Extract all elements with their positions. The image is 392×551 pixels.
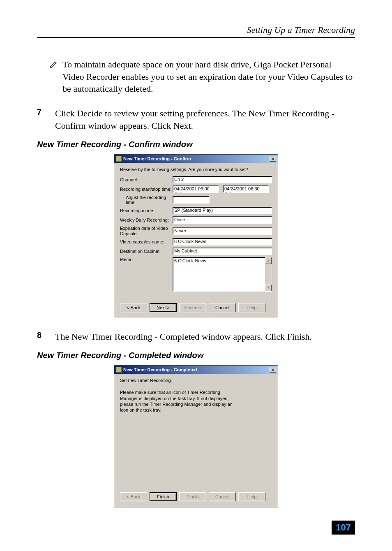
step-number: 7: [37, 107, 45, 117]
help-button: Help: [238, 492, 265, 501]
field-adjust: [173, 196, 210, 204]
pencil-note-icon: [49, 60, 59, 70]
completed-paragraph: Please make sure that an icon of Timer R…: [120, 389, 235, 413]
scroll-down-icon[interactable]: ▼: [265, 285, 272, 291]
completed-line1: Set new Timer Recording.: [120, 378, 272, 383]
titlebar-text: New Timer Recording - Confirm: [123, 156, 270, 161]
cancel-button[interactable]: Cancel: [209, 303, 236, 312]
label-dest: Destination Cabinet:: [120, 249, 173, 254]
label-memo: Memo:: [120, 257, 173, 262]
back-button: < Back: [120, 492, 147, 501]
label-capname: Video capsules name:: [120, 239, 173, 244]
field-capname: 6 O'Clock News: [173, 238, 272, 245]
scroll-up-icon[interactable]: ▲: [265, 257, 272, 264]
field-channel: Ch 2: [173, 176, 272, 183]
field-expire: Never: [173, 227, 272, 235]
step-text: Click Decide to review your setting pref…: [55, 107, 355, 132]
step-8: 8 The New Timer Recording - Completed wi…: [37, 331, 355, 343]
app-icon: [116, 156, 122, 162]
step-7: 7 Click Decide to review your setting pr…: [37, 107, 355, 132]
label-mode: Recording mode:: [120, 208, 173, 213]
field-dest: My Cabinet: [173, 248, 272, 255]
label-expire: Expiration date of Video Capsule:: [120, 226, 173, 236]
finish-button[interactable]: Finish: [150, 492, 177, 501]
field-memo: 6 O'Clock News ▲ ▼: [173, 257, 272, 292]
dialog-instruction: Reserve by the following settings. Are y…: [120, 167, 272, 172]
field-start-time: 04/24/2001 06:00 PM: [173, 185, 219, 193]
reserve-button: Reserve: [179, 303, 206, 312]
field-weekly: Once: [173, 216, 272, 224]
field-mode: SP (Standard Play): [173, 207, 272, 214]
figure-caption-completed: New Timer Recording - Completed window: [37, 351, 355, 360]
field-stop-time: 04/24/2001 06:30 PM: [223, 185, 269, 193]
close-icon[interactable]: ✕: [270, 156, 276, 162]
cancel-button: Cancel: [209, 492, 236, 501]
app-icon: [116, 367, 122, 373]
note-text: To maintain adequate space on your hard …: [62, 58, 355, 95]
section-header: Setting Up a Timer Recording: [37, 25, 355, 35]
back-button[interactable]: < Back: [120, 303, 147, 312]
next-button[interactable]: Next >: [150, 303, 177, 312]
confirm-dialog: New Timer Recording - Confirm ✕ Reserve …: [114, 154, 278, 318]
label-weekly: Weekly,Daily Recording:: [120, 218, 173, 222]
finish-button-2: Finish: [179, 492, 206, 501]
titlebar: New Timer Recording - Confirm ✕: [114, 155, 278, 163]
figure-caption-confirm: New Timer Recording - Confirm window: [37, 140, 355, 149]
page-footer: 107: [332, 521, 355, 535]
close-icon[interactable]: ✕: [270, 367, 276, 373]
completed-dialog: New Timer Recording - Completed ✕ Set ne…: [114, 365, 278, 507]
memo-scrollbar[interactable]: ▲ ▼: [265, 257, 272, 291]
label-adjust: Adjust the recording time:: [126, 195, 173, 205]
memo-text: 6 O'Clock News: [174, 258, 206, 263]
titlebar: New Timer Recording - Completed ✕: [114, 366, 278, 374]
page-number: 107: [332, 521, 355, 535]
label-startstop: Recording start/stop time:: [120, 187, 173, 192]
step-number: 8: [37, 331, 45, 340]
titlebar-text: New Timer Recording - Completed: [123, 367, 270, 372]
step-text: The New Timer Recording - Completed wind…: [55, 331, 312, 343]
label-channel: Channel:: [120, 177, 173, 182]
help-button: Help: [238, 303, 265, 312]
note-block: To maintain adequate space on your hard …: [49, 58, 355, 95]
